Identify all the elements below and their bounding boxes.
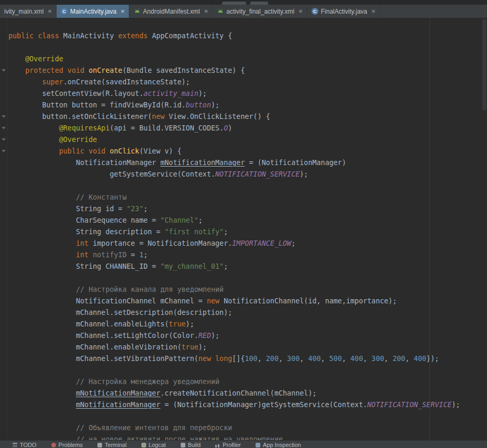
toolwindow-button-build[interactable]: Build xyxy=(181,442,201,448)
code-line[interactable]: NotificationManager mNotificationManager… xyxy=(8,157,487,169)
java-class-icon: C xyxy=(61,8,68,15)
code-line[interactable]: // Настройка канала для уведомлений xyxy=(8,284,487,296)
android-file-icon xyxy=(217,8,224,15)
code-line[interactable] xyxy=(8,411,487,422)
code-line[interactable]: mNotificationManager.createNotificationC… xyxy=(8,388,487,399)
code-line[interactable]: NotificationChannel mChannel = new Notif… xyxy=(8,296,487,307)
code-line[interactable]: super.onCreate(savedInstanceState); xyxy=(8,77,487,88)
code-line[interactable]: // Константы xyxy=(8,192,487,203)
fold-marker-icon[interactable] xyxy=(2,127,6,129)
code-line[interactable]: mChannel.enableLights(true); xyxy=(8,319,487,330)
code-line[interactable] xyxy=(8,272,487,284)
toolwindow-button-profiler[interactable]: Profiler xyxy=(215,442,241,448)
editor-tab-bar: ivity_main.xml×CMainActivity.java×Androi… xyxy=(0,5,487,18)
code-area[interactable]: public class MainActivity extends AppCom… xyxy=(8,30,487,442)
code-line[interactable]: mNotificationManager = (NotificationMana… xyxy=(8,399,487,411)
toolbar-button-fragment[interactable] xyxy=(250,2,268,5)
code-line[interactable]: public class MainActivity extends AppCom… xyxy=(8,30,487,42)
android-file-icon xyxy=(134,8,140,15)
fold-marker-icon[interactable] xyxy=(2,115,6,118)
java-class-icon: C xyxy=(312,8,318,15)
editor-tab-finalactivity-java[interactable]: CFinalActivity.java× xyxy=(307,5,380,18)
toolwindow-button-logcat[interactable]: Logcat xyxy=(141,442,166,448)
code-line[interactable]: // Настройка менеджера уведомлений xyxy=(8,376,487,388)
code-line[interactable]: Button button = findViewById(R.id.button… xyxy=(8,100,487,111)
status-bar: TODOProblemsTerminalLogcatBuildProfilerA… xyxy=(0,440,487,448)
ide-window: ivity_main.xml×CMainActivity.java×Androi… xyxy=(0,0,487,448)
tab-close-icon[interactable]: × xyxy=(120,8,125,15)
code-line[interactable]: mChannel.setVibrationPattern(new long[]{… xyxy=(8,353,487,365)
code-line[interactable] xyxy=(8,42,487,53)
toolwindow-label: App Inspection xyxy=(263,442,301,448)
tab-label: AndroidManifest.xml xyxy=(143,8,200,15)
tab-label: FinalActivity.java xyxy=(321,8,367,15)
code-editor[interactable]: public class MainActivity extends AppCom… xyxy=(0,18,487,442)
code-line[interactable] xyxy=(8,365,487,376)
run-config-fragment[interactable] xyxy=(222,2,246,5)
editor-gutter xyxy=(0,30,7,442)
todo-icon xyxy=(13,443,17,447)
code-line[interactable]: String description = "first notify"; xyxy=(8,226,487,238)
editor-scrollbar[interactable] xyxy=(482,19,486,111)
code-line[interactable]: int importance = NotificationManager.IMP… xyxy=(8,238,487,249)
toolwindow-button-terminal[interactable]: Terminal xyxy=(97,442,127,448)
tab-close-icon[interactable]: × xyxy=(371,8,375,15)
code-line[interactable]: CharSequence name = "Channel"; xyxy=(8,215,487,226)
tab-close-icon[interactable]: × xyxy=(298,8,303,15)
code-line[interactable]: mChannel.setLightColor(Color.RED); xyxy=(8,330,487,342)
code-line[interactable]: String CHANNEL_ID = "my_channel_01"; xyxy=(8,261,487,272)
problems-icon xyxy=(51,443,56,447)
code-line[interactable]: mChannel.setDescription(description); xyxy=(8,307,487,319)
code-line[interactable]: @Override xyxy=(8,134,487,146)
toolwindow-button-problems[interactable]: Problems xyxy=(51,442,83,448)
editor-tab-androidmanifest-xml[interactable]: AndroidManifest.xml× xyxy=(129,5,213,18)
toolwindow-label: Logcat xyxy=(149,442,166,448)
tab-close-icon[interactable]: × xyxy=(48,8,52,15)
tab-label: activity_final_activity.xml xyxy=(226,8,294,15)
code-line[interactable]: String id = "23"; xyxy=(8,203,487,215)
toolwindow-label: Profiler xyxy=(223,442,241,448)
editor-tab-activity-final-activity-xml[interactable]: activity_final_activity.xml× xyxy=(213,5,307,18)
code-line[interactable]: protected void onCreate(Bundle savedInst… xyxy=(8,65,487,77)
code-line[interactable]: mChannel.enableVibration(true); xyxy=(8,342,487,353)
toolwindow-label: Terminal xyxy=(105,442,127,448)
app-inspection-icon xyxy=(256,443,260,447)
editor-tab-mainactivity-java[interactable]: CMainActivity.java× xyxy=(57,5,129,18)
terminal-icon xyxy=(97,443,102,447)
code-line[interactable]: setContentView(R.layout.activity_main); xyxy=(8,88,487,100)
tab-label: MainActivity.java xyxy=(70,8,116,15)
code-line[interactable] xyxy=(8,180,487,192)
toolwindow-button-todo[interactable]: TODO xyxy=(13,442,37,448)
code-line[interactable]: int notifyID = 1; xyxy=(8,249,487,261)
fold-marker-icon[interactable] xyxy=(2,69,6,72)
editor-tab-ivity-main-xml[interactable]: ivity_main.xml× xyxy=(0,5,57,18)
code-line[interactable]: button.setOnClickListener(new View.OnCli… xyxy=(8,111,487,123)
toolwindow-label: Build xyxy=(188,442,201,448)
code-line[interactable]: public void onClick(View v) { xyxy=(8,146,487,157)
code-line[interactable]: // Обьявление интентов для переброски xyxy=(8,422,487,434)
profiler-icon xyxy=(215,443,220,447)
code-line[interactable]: getSystemService(Context.NOTIFICATION_SE… xyxy=(8,169,487,180)
toolwindow-button-app-inspection[interactable]: App Inspection xyxy=(256,442,301,448)
hard-wrap-guide xyxy=(429,18,430,442)
toolbar-strip xyxy=(0,0,487,5)
tab-close-icon[interactable]: × xyxy=(204,8,208,15)
fold-marker-icon[interactable] xyxy=(2,150,6,152)
code-line[interactable]: @Override xyxy=(8,53,487,65)
build-icon xyxy=(181,443,185,447)
toolwindow-label: Problems xyxy=(59,442,83,448)
tab-label: ivity_main.xml xyxy=(4,8,43,15)
logcat-icon xyxy=(141,443,146,447)
toolwindow-label: TODO xyxy=(20,442,37,448)
code-line[interactable]: @RequiresApi(api = Build.VERSION_CODES.O… xyxy=(8,123,487,134)
fold-marker-icon[interactable] xyxy=(2,138,6,141)
